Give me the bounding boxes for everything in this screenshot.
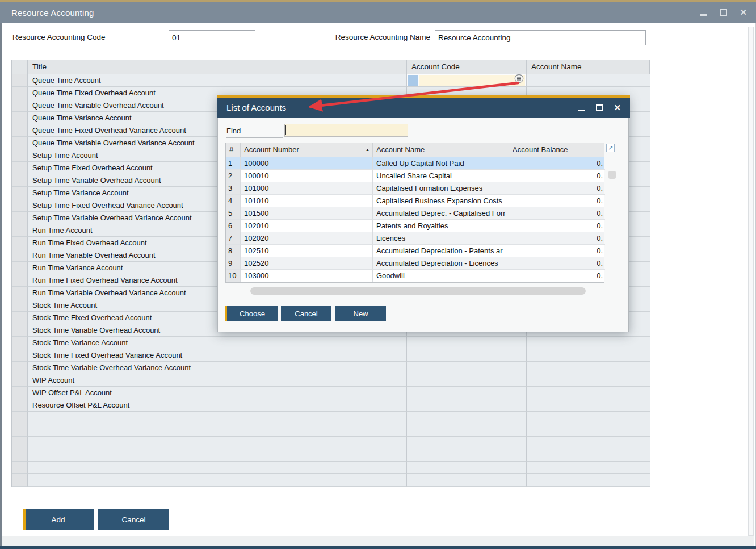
row-account-name-cell[interactable]	[527, 74, 650, 87]
account-number-cell[interactable]: 102010	[241, 220, 373, 232]
row-title-cell[interactable]	[28, 412, 407, 424]
row-account-name-cell[interactable]	[527, 437, 650, 449]
account-number-cell[interactable]: 100010	[241, 170, 373, 182]
row-account-code-cell[interactable]	[407, 337, 527, 349]
row-gutter-cell[interactable]	[12, 449, 28, 462]
row-gutter-cell[interactable]	[12, 337, 28, 349]
row-account-code-cell[interactable]	[407, 412, 527, 424]
row-gutter-cell[interactable]	[12, 224, 28, 237]
account-balance-cell[interactable]: 0.	[509, 245, 605, 257]
row-number-cell[interactable]: 6	[226, 220, 241, 232]
row-gutter-cell[interactable]	[12, 74, 28, 87]
header-account-name[interactable]: Account Name	[527, 60, 650, 74]
dialog-close-icon[interactable]: ✕	[614, 103, 621, 113]
account-name-cell[interactable]: Capitalised Formation Expenses	[373, 182, 509, 195]
row-gutter-cell[interactable]	[12, 462, 28, 474]
maximize-icon[interactable]	[720, 9, 727, 16]
account-name-cell[interactable]: Called Up Capital Not Paid	[373, 157, 509, 170]
main-table-row[interactable]: Stock Time Fixed Overhead Variance Accou…	[12, 349, 649, 362]
row-account-code-cell[interactable]	[407, 449, 527, 462]
account-list-row[interactable]: 7102020Licences0.	[226, 232, 604, 245]
row-number-cell[interactable]: 8	[226, 245, 241, 257]
sort-ascending-icon[interactable]: ▲	[366, 148, 369, 152]
row-gutter-cell[interactable]	[12, 399, 28, 412]
account-name-cell[interactable]: Licences	[373, 232, 509, 245]
account-balance-cell[interactable]: 0.	[509, 207, 605, 220]
account-list-row[interactable]: 5101500Accumulated Deprec. - Capitalised…	[226, 207, 604, 220]
row-gutter-cell[interactable]	[12, 199, 28, 212]
row-gutter-cell[interactable]	[12, 187, 28, 199]
account-name-cell[interactable]: Goodwill	[373, 270, 509, 282]
account-list-row[interactable]: 4101010Capitalised Business Expansion Co…	[226, 195, 604, 207]
row-gutter-cell[interactable]	[12, 137, 28, 149]
account-list-row[interactable]: 6102010Patents and Royalties0.	[226, 220, 604, 232]
main-table-row[interactable]: Queue Time Account	[12, 74, 649, 87]
row-title-cell[interactable]: Queue Time Account	[28, 74, 407, 87]
choose-button[interactable]: Choose	[227, 306, 278, 321]
dialog-horizontal-scrollbar[interactable]	[250, 287, 586, 295]
main-table-row[interactable]: Stock Time Variable Overhead Variance Ac…	[12, 362, 649, 374]
row-gutter-cell[interactable]	[12, 249, 28, 262]
row-gutter-cell[interactable]	[12, 474, 28, 487]
row-gutter-cell[interactable]	[12, 374, 28, 387]
account-list-row[interactable]: 8102510Accumulated Depreciation - Patent…	[226, 245, 604, 257]
account-name-cell[interactable]: Capitalised Business Expansion Costs	[373, 195, 509, 207]
main-table-row[interactable]: WIP Account	[12, 374, 649, 387]
row-account-code-cell[interactable]	[407, 362, 527, 374]
header-account-number[interactable]: Account Number ▲	[241, 143, 373, 157]
row-gutter-cell[interactable]	[12, 287, 28, 299]
row-title-cell[interactable]: Stock Time Variance Account	[28, 337, 407, 349]
account-name-cell[interactable]: Accumulated Deprec. - Capitalised Forr	[373, 207, 509, 220]
row-gutter-cell[interactable]	[12, 262, 28, 274]
row-number-cell[interactable]: 7	[226, 232, 241, 245]
account-list-row[interactable]: 1100000Called Up Capital Not Paid0.	[226, 157, 604, 170]
row-gutter-cell[interactable]	[12, 362, 28, 374]
row-title-cell[interactable]	[28, 474, 407, 487]
row-title-cell[interactable]	[28, 437, 407, 449]
row-gutter-cell[interactable]	[12, 324, 28, 337]
row-account-name-cell[interactable]	[527, 374, 650, 387]
row-gutter-cell[interactable]	[12, 162, 28, 174]
account-number-cell[interactable]: 102520	[241, 257, 373, 270]
account-code-input[interactable]	[419, 75, 525, 86]
row-account-code-cell[interactable]	[407, 424, 527, 437]
row-gutter-cell[interactable]	[12, 387, 28, 399]
row-number-cell[interactable]: 2	[226, 170, 241, 182]
row-gutter-cell[interactable]	[12, 99, 28, 112]
row-gutter-cell[interactable]	[12, 274, 28, 287]
account-number-cell[interactable]: 102510	[241, 245, 373, 257]
account-list-row[interactable]: 2100010Uncalled Share Capital0.	[226, 170, 604, 182]
expand-icon[interactable]: ↗	[606, 144, 615, 152]
dialog-vertical-scrollbar-thumb[interactable]	[608, 171, 616, 179]
account-balance-cell[interactable]: 0.	[509, 270, 605, 282]
row-gutter-cell[interactable]	[12, 412, 28, 424]
row-gutter-cell[interactable]	[12, 299, 28, 312]
row-account-name-cell[interactable]	[527, 412, 650, 424]
row-account-code-cell[interactable]	[407, 349, 527, 362]
row-account-code-cell[interactable]	[407, 387, 527, 399]
main-table-row[interactable]	[12, 424, 649, 437]
cell-selection-block[interactable]	[408, 75, 418, 86]
account-balance-cell[interactable]: 0.	[509, 182, 605, 195]
row-number-cell[interactable]: 10	[226, 270, 241, 282]
row-account-name-cell[interactable]	[527, 337, 650, 349]
main-table-row[interactable]	[12, 462, 649, 474]
window-vertical-scrollbar[interactable]	[748, 27, 754, 536]
main-table-row[interactable]	[12, 449, 649, 462]
main-table-row[interactable]: Resource Offset P&L Account	[12, 399, 649, 412]
row-account-code-cell[interactable]	[407, 437, 527, 449]
main-table-row[interactable]	[12, 412, 649, 424]
header-row-number[interactable]: #	[226, 143, 241, 157]
dialog-minimize-icon[interactable]	[578, 110, 585, 111]
header-account-code[interactable]: Account Code	[407, 60, 527, 74]
row-gutter-cell[interactable]	[12, 212, 28, 224]
row-title-cell[interactable]: Stock Time Fixed Overhead Variance Accou…	[28, 349, 407, 362]
row-number-cell[interactable]: 5	[226, 207, 241, 220]
account-balance-cell[interactable]: 0.	[509, 257, 605, 270]
account-number-cell[interactable]: 101010	[241, 195, 373, 207]
row-number-cell[interactable]: 3	[226, 182, 241, 195]
row-gutter-cell[interactable]	[12, 174, 28, 187]
row-gutter-cell[interactable]	[12, 124, 28, 137]
row-account-name-cell[interactable]	[527, 449, 650, 462]
account-balance-cell[interactable]: 0.	[509, 195, 605, 207]
